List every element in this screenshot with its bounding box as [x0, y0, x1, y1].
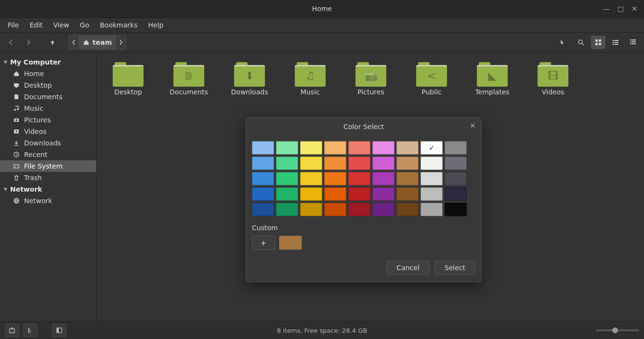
color-swatch[interactable]	[276, 203, 298, 216]
menu-help[interactable]: Help	[143, 19, 168, 31]
path-crumb-team[interactable]: team	[79, 36, 116, 49]
color-swatch[interactable]	[396, 172, 419, 185]
color-swatch[interactable]	[276, 141, 298, 155]
svg-rect-11	[630, 39, 631, 40]
svg-rect-18	[15, 87, 17, 88]
cancel-button[interactable]: Cancel	[386, 261, 429, 275]
menu-go[interactable]: Go	[75, 19, 94, 31]
path-next-button[interactable]	[116, 36, 126, 49]
maximize-button[interactable]: □	[618, 5, 624, 13]
sidebar-item-recent[interactable]: Recent	[0, 149, 96, 160]
folder-videos[interactable]: 🎞Videos	[530, 62, 576, 96]
close-button[interactable]: ✕	[631, 5, 637, 13]
color-swatch[interactable]	[276, 187, 298, 201]
color-swatch[interactable]	[372, 141, 394, 155]
sidebar-item-filesystem[interactable]: File System	[0, 160, 96, 172]
svg-point-0	[578, 40, 582, 44]
color-swatch[interactable]	[324, 156, 346, 170]
color-swatch[interactable]	[396, 203, 419, 216]
color-swatch[interactable]	[348, 203, 370, 216]
sidebar-item-pictures[interactable]: Pictures	[0, 114, 96, 126]
color-swatch[interactable]	[348, 156, 370, 170]
color-swatch[interactable]	[421, 187, 443, 201]
color-swatch[interactable]	[372, 156, 394, 170]
sidebar-header-mycomputer[interactable]: ▼ My Computer	[0, 56, 96, 68]
color-swatch[interactable]	[348, 141, 370, 155]
sidebar-item-downloads[interactable]: Downloads	[0, 137, 96, 149]
menu-file[interactable]: File	[3, 19, 24, 31]
color-swatch[interactable]	[372, 187, 394, 201]
folder-music[interactable]: ♫Music	[288, 62, 333, 96]
color-swatch[interactable]	[372, 172, 394, 185]
color-swatch[interactable]	[396, 187, 419, 201]
color-swatch[interactable]	[300, 141, 322, 155]
sidebar-item-desktop[interactable]: Desktop	[0, 79, 96, 91]
icon-view-button[interactable]	[591, 36, 605, 49]
sidebar-item-videos[interactable]: Videos	[0, 126, 96, 137]
menu-view[interactable]: View	[49, 19, 74, 31]
sidebar-item-documents[interactable]: Documents	[0, 91, 96, 103]
folder-icon	[113, 62, 144, 85]
custom-color-swatch[interactable]	[279, 235, 302, 250]
select-button[interactable]: Select	[434, 261, 475, 275]
color-swatch[interactable]	[348, 187, 370, 201]
color-swatch[interactable]	[445, 141, 467, 155]
folder-public[interactable]: <Public	[409, 62, 454, 96]
color-swatch[interactable]	[445, 203, 467, 216]
color-swatch[interactable]	[252, 203, 274, 216]
up-button[interactable]	[45, 36, 60, 49]
color-swatch[interactable]	[445, 156, 467, 170]
color-swatch[interactable]	[252, 187, 274, 201]
color-swatch[interactable]	[276, 172, 298, 185]
color-swatch[interactable]	[348, 172, 370, 185]
folder-templates[interactable]: ◣Templates	[470, 62, 515, 96]
color-swatch[interactable]	[396, 141, 419, 155]
sidebar-item-network[interactable]: Network	[0, 195, 96, 207]
sidebar-item-home[interactable]: Home	[0, 68, 96, 79]
minimize-button[interactable]: —	[603, 5, 610, 13]
menu-bookmarks[interactable]: Bookmarks	[95, 19, 142, 31]
toggle-location-button[interactable]	[556, 36, 571, 49]
color-swatch[interactable]	[276, 156, 298, 170]
search-button[interactable]	[574, 36, 588, 49]
color-swatch[interactable]	[421, 156, 443, 170]
folder-documents[interactable]: 🗎Documents	[166, 62, 211, 96]
add-custom-color-button[interactable]: ＋	[252, 235, 275, 250]
color-swatch[interactable]	[252, 156, 274, 170]
color-swatch[interactable]	[445, 172, 467, 185]
color-swatch[interactable]	[421, 203, 443, 216]
color-swatch[interactable]	[252, 172, 274, 185]
color-swatch[interactable]	[421, 141, 443, 155]
color-swatch[interactable]	[300, 187, 322, 201]
folder-label: Templates	[475, 88, 509, 96]
forward-button[interactable]	[21, 36, 36, 49]
color-swatch[interactable]	[396, 156, 419, 170]
menu-edit[interactable]: Edit	[25, 19, 47, 31]
color-swatch[interactable]	[324, 141, 346, 155]
recent-icon	[13, 151, 20, 158]
folder-icon: 🗎	[173, 62, 204, 85]
zoom-slider[interactable]	[596, 329, 639, 331]
compact-view-button[interactable]	[626, 36, 640, 49]
color-swatch[interactable]	[324, 203, 346, 216]
color-swatch[interactable]	[300, 172, 322, 185]
color-swatch[interactable]	[421, 172, 443, 185]
list-view-button[interactable]	[608, 36, 623, 49]
sidebar-item-music[interactable]: Music	[0, 103, 96, 114]
folder-desktop[interactable]: Desktop	[105, 62, 151, 96]
folder-downloads[interactable]: ⬇Downloads	[227, 62, 272, 96]
path-prev-button[interactable]	[69, 36, 79, 49]
dialog-close-button[interactable]: ✕	[470, 122, 475, 130]
color-swatch[interactable]	[324, 172, 346, 185]
color-swatch[interactable]	[300, 156, 322, 170]
color-swatch[interactable]	[372, 203, 394, 216]
color-swatch[interactable]	[324, 187, 346, 201]
sidebar-header-network[interactable]: ▼ Network	[0, 183, 96, 195]
color-swatch[interactable]	[300, 203, 322, 216]
folder-pictures[interactable]: 📷Pictures	[348, 62, 394, 96]
color-swatch[interactable]	[252, 141, 274, 155]
sidebar-item-trash[interactable]: Trash	[0, 172, 96, 183]
back-button[interactable]	[4, 36, 18, 49]
documents-icon	[13, 93, 20, 100]
color-swatch[interactable]	[445, 187, 467, 201]
